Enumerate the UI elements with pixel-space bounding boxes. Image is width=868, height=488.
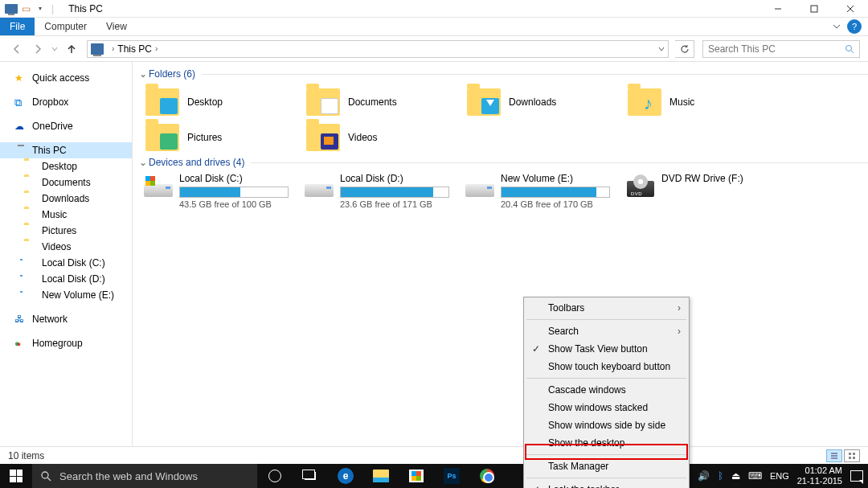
tab-file[interactable]: File — [0, 18, 35, 35]
drive-d[interactable]: Local Disk (D:) 23.6 GB free of 171 GB — [298, 173, 459, 209]
maximize-button[interactable] — [796, 0, 832, 18]
folder-icon — [24, 209, 37, 220]
ctx-lock-taskbar[interactable]: ✓Lock the taskbar — [526, 481, 687, 488]
drive-label: DVD RW Drive (F:) — [661, 173, 771, 184]
taskbar[interactable]: Search the web and Windows e Ps ˄ ☁ ▮▯ ⏚… — [0, 464, 868, 488]
task-view-button[interactable] — [293, 464, 328, 488]
nav-new-volume-e[interactable]: New Volume (E:) — [0, 287, 132, 303]
ctx-label: Show windows stacked — [548, 402, 648, 413]
nav-this-pc[interactable]: This PC — [0, 142, 132, 158]
svg-rect-10 — [849, 453, 851, 455]
svg-rect-13 — [853, 457, 855, 459]
taskbar-app-photoshop[interactable]: Ps — [434, 464, 469, 488]
ctx-show-side-by-side[interactable]: Show windows side by side — [526, 416, 687, 434]
chevron-down-icon[interactable]: ⌄ — [137, 157, 149, 168]
ctx-show-desktop[interactable]: Show the desktop — [526, 434, 687, 452]
refresh-button[interactable] — [675, 40, 694, 58]
up-button[interactable] — [63, 40, 80, 58]
search-icon[interactable] — [845, 44, 854, 54]
chevron-down-icon[interactable]: ⌄ — [137, 68, 149, 80]
forward-button[interactable] — [29, 40, 47, 58]
nav-local-disk-c[interactable]: Local Disk (C:) — [0, 255, 132, 271]
taskbar-app-explorer[interactable] — [363, 464, 399, 488]
chevron-right-icon[interactable]: › — [155, 44, 158, 53]
nav-quick-access[interactable]: ★Quick access — [0, 70, 132, 86]
nav-network[interactable]: 🖧Network — [0, 311, 132, 327]
tray-language[interactable]: ENG — [770, 471, 789, 481]
folder-label: Documents — [348, 96, 397, 108]
details-view-button[interactable] — [826, 449, 842, 462]
folder-videos[interactable]: Videos — [298, 120, 459, 155]
folder-icon — [467, 88, 501, 116]
ctx-cascade-windows[interactable]: Cascade windows — [526, 381, 687, 399]
drive-e[interactable]: New Volume (E:) 20.4 GB free of 170 GB — [459, 173, 620, 209]
group-header-drives[interactable]: ⌄ Devices and drives (4) — [137, 157, 868, 168]
recent-locations-button[interactable] — [50, 40, 59, 58]
nav-label: Quick access — [32, 72, 89, 84]
nav-desktop[interactable]: Desktop — [0, 158, 132, 174]
svg-line-6 — [851, 51, 854, 53]
tab-view[interactable]: View — [96, 18, 137, 35]
breadcrumb-this-pc[interactable]: This PC — [117, 43, 152, 55]
ribbon-expand-icon[interactable] — [826, 18, 847, 35]
chevron-right-icon: › — [678, 302, 681, 314]
tray-keyboard-icon[interactable]: ⌨ — [748, 470, 762, 482]
drive-c[interactable]: Local Disk (C:) 43.5 GB free of 100 GB — [137, 173, 298, 209]
nav-pictures[interactable]: Pictures — [0, 223, 132, 239]
address-bar[interactable]: › This PC › — [87, 40, 669, 58]
nav-dropbox[interactable]: ⧉Dropbox — [0, 94, 132, 110]
nav-documents[interactable]: Documents — [0, 174, 132, 191]
ctx-task-manager[interactable]: Task Manager — [526, 457, 687, 475]
ctx-toolbars[interactable]: Toolbars› — [526, 299, 687, 317]
taskbar-app-chrome[interactable] — [469, 464, 505, 488]
folder-downloads[interactable]: Downloads — [459, 84, 620, 120]
search-input[interactable] — [708, 43, 845, 55]
ctx-show-touch-keyboard[interactable]: Show touch keyboard button — [526, 358, 687, 375]
qat-properties-icon[interactable]: ▭ — [19, 2, 32, 15]
folder-pictures[interactable]: Pictures — [137, 120, 298, 155]
taskbar-app-edge[interactable]: e — [328, 464, 363, 488]
windows-logo-icon — [10, 470, 23, 482]
pc-icon — [14, 145, 27, 156]
chevron-right-icon[interactable]: › — [112, 44, 114, 53]
qat-dropdown-icon[interactable]: ▾ — [34, 2, 47, 15]
folder-icon — [145, 124, 179, 151]
folder-music[interactable]: Music — [620, 84, 780, 120]
nav-label: OneDrive — [32, 121, 73, 132]
cortana-button[interactable] — [257, 464, 293, 488]
nav-downloads[interactable]: Downloads — [0, 191, 132, 207]
back-button[interactable] — [8, 40, 26, 58]
folder-documents[interactable]: Documents — [298, 84, 459, 120]
search-box[interactable] — [702, 40, 860, 58]
help-icon[interactable]: ? — [847, 19, 862, 34]
action-center-icon[interactable] — [850, 470, 863, 482]
ctx-show-stacked[interactable]: Show windows stacked — [526, 399, 687, 416]
taskbar-app-store[interactable] — [399, 464, 434, 488]
ctx-search[interactable]: Search› — [526, 322, 687, 340]
svg-rect-11 — [853, 453, 855, 455]
nav-homegroup[interactable]: ●●Homegroup — [0, 335, 132, 351]
large-icons-view-button[interactable] — [844, 449, 860, 462]
nav-local-disk-d[interactable]: Local Disk (D:) — [0, 271, 132, 287]
tray-volume-icon[interactable]: 🔊 — [698, 470, 710, 482]
cortana-icon — [268, 470, 281, 482]
drive-f-dvd[interactable]: DVD RW Drive (F:) — [620, 173, 780, 209]
nav-music[interactable]: Music — [0, 207, 132, 223]
taskbar-search[interactable]: Search the web and Windows — [32, 464, 257, 488]
edge-icon: e — [338, 468, 354, 484]
tray-safe-remove-icon[interactable]: ⏏ — [731, 470, 740, 482]
ctx-label: Toolbars — [548, 302, 584, 314]
tray-clock[interactable]: 01:02 AM 21-11-2015 — [797, 465, 842, 486]
tray-bluetooth-icon[interactable]: ᛒ — [718, 470, 723, 482]
nav-videos[interactable]: Videos — [0, 239, 132, 255]
nav-onedrive[interactable]: ☁OneDrive — [0, 118, 132, 134]
group-header-folders[interactable]: ⌄ Folders (6) — [137, 68, 868, 80]
folder-desktop[interactable]: Desktop — [137, 84, 298, 120]
drive-label: Local Disk (C:) — [179, 173, 289, 184]
minimize-button[interactable] — [760, 0, 796, 18]
ctx-show-task-view[interactable]: ✓Show Task View button — [526, 340, 687, 358]
address-dropdown-icon[interactable] — [658, 46, 665, 52]
tab-computer[interactable]: Computer — [35, 18, 96, 35]
close-button[interactable] — [832, 0, 868, 18]
start-button[interactable] — [0, 464, 32, 488]
